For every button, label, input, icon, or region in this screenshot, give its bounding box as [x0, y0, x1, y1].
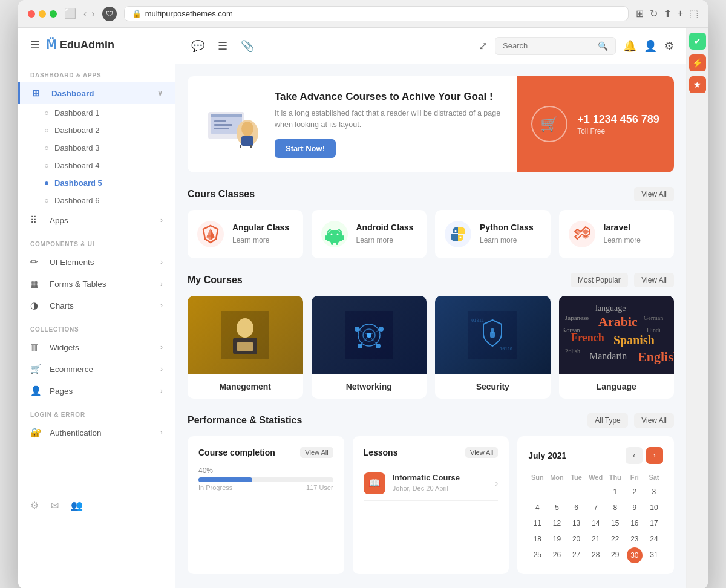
maximize-button[interactable]	[50, 10, 57, 18]
performance-view-all[interactable]: View All	[634, 413, 674, 428]
my-courses-view-all[interactable]: View All	[634, 273, 674, 287]
list-icon[interactable]: ☰	[214, 36, 231, 56]
right-panel-icon-3[interactable]: ★	[689, 76, 706, 93]
course-class-card-laravel[interactable]: laravel Learn more	[559, 210, 675, 258]
cal-day-10[interactable]: 10	[645, 500, 663, 515]
chevron-right-icon-charts: ›	[160, 301, 163, 310]
search-icon[interactable]: 🔍	[598, 41, 608, 51]
cal-day-3[interactable]: 3	[645, 485, 663, 499]
notification-icon[interactable]: 🔔	[623, 39, 636, 53]
most-popular-filter[interactable]: Most Popular	[571, 273, 628, 287]
cal-day-30-today[interactable]: 30	[627, 547, 643, 563]
cal-day-27[interactable]: 27	[567, 547, 586, 563]
cal-day-26[interactable]: 26	[548, 547, 566, 563]
sidebar-item-dashboard[interactable]: ⊞ Dashboard ∨	[18, 82, 175, 104]
cal-day-24[interactable]: 24	[645, 532, 663, 546]
expand-icon[interactable]: ⤢	[479, 39, 488, 53]
course-card-management[interactable]: Manegement	[188, 296, 303, 399]
course-class-card-angular[interactable]: Angular Class Learn more	[188, 210, 303, 258]
language-card-name: Language	[566, 382, 667, 391]
minimize-button[interactable]	[39, 10, 46, 18]
sidebar-item-ui-elements[interactable]: ✏ UI Elements ›	[18, 251, 175, 273]
sidebar-subitem-dashboard4[interactable]: Dashboard 4	[18, 157, 175, 174]
settings-top-icon[interactable]: ⚙	[664, 39, 674, 53]
sidebar-item-pages[interactable]: 👤 Pages ›	[18, 380, 175, 402]
cal-day-18[interactable]: 18	[528, 532, 546, 546]
start-now-button[interactable]: Start Now!	[275, 139, 336, 158]
sidebar-subitem-dashboard5[interactable]: Dashboard 5	[18, 174, 175, 192]
pin-icon[interactable]: 📎	[237, 36, 258, 56]
cal-day-2[interactable]: 2	[626, 485, 644, 499]
cal-day-4[interactable]: 4	[528, 500, 546, 515]
course-class-card-python[interactable]: Python Class Learn more	[435, 210, 551, 258]
cal-day-17[interactable]: 17	[645, 516, 663, 531]
angular-class-sub: Learn more	[232, 236, 269, 244]
user-add-icon[interactable]: 👥	[71, 500, 83, 511]
url-bar[interactable]: 🔒 multipurposethemes.com	[124, 6, 629, 21]
cal-day-29[interactable]: 29	[606, 547, 624, 563]
forward-button[interactable]: ›	[91, 8, 94, 19]
sidebar-item-charts[interactable]: ◑ Charts ›	[18, 295, 175, 316]
new-tab-icon[interactable]: +	[678, 8, 683, 19]
cal-day-16[interactable]: 16	[626, 516, 644, 531]
cal-day-12[interactable]: 12	[548, 516, 566, 531]
all-type-filter[interactable]: All Type	[587, 413, 627, 428]
calendar-next-button[interactable]: ›	[646, 447, 663, 464]
course-class-card-android[interactable]: Android Class Learn more	[312, 210, 427, 258]
cal-day-25[interactable]: 25	[528, 547, 546, 563]
sidebar-subitem-dashboard3[interactable]: Dashboard 3	[18, 139, 175, 157]
lessons-view-all[interactable]: View All	[465, 447, 498, 458]
cal-day-20[interactable]: 20	[567, 532, 586, 546]
sidebar-subitem-dashboard6[interactable]: Dashboard 6	[18, 192, 175, 209]
cal-day-11[interactable]: 11	[528, 516, 546, 531]
right-panel-icon-1[interactable]: ✔	[689, 33, 706, 50]
sidebar-footer: ⚙ ✉ 👥	[18, 492, 175, 518]
sidebar-item-ecommerce[interactable]: 🛒 Ecommerce ›	[18, 358, 175, 380]
cal-day-31[interactable]: 31	[645, 547, 663, 563]
sidebar-item-authentication[interactable]: 🔐 Authentication ›	[18, 422, 175, 443]
back-button[interactable]: ‹	[83, 8, 87, 19]
course-card-language[interactable]: Arabic French Spanish Mandarin English J…	[559, 296, 675, 399]
mail-icon[interactable]: ✉	[51, 500, 59, 511]
course-card-security[interactable]: 01011 10110 Security	[435, 296, 551, 399]
chat-icon[interactable]: 💬	[188, 36, 208, 56]
cal-day-6[interactable]: 6	[567, 500, 586, 515]
chevron-right-icon-ui: ›	[160, 258, 163, 266]
course-card-networking[interactable]: Networking	[312, 296, 427, 399]
sidebar-item-forms-tables[interactable]: ▦ Forms & Tables ›	[18, 273, 175, 295]
sidebar-subitem-dashboard2[interactable]: Dashboard 2	[18, 122, 175, 139]
sidebar-item-widgets[interactable]: ▥ Widgets ›	[18, 336, 175, 358]
cal-day-23[interactable]: 23	[626, 532, 644, 546]
completion-view-all[interactable]: View All	[300, 447, 333, 458]
refresh-icon[interactable]: ↻	[650, 8, 658, 19]
hamburger-icon[interactable]: ☰	[30, 38, 40, 51]
close-button[interactable]	[28, 10, 35, 18]
cal-day-13[interactable]: 13	[567, 516, 586, 531]
widgets-icon: ▥	[30, 342, 44, 353]
cal-day-28[interactable]: 28	[587, 547, 605, 563]
cal-day-15[interactable]: 15	[606, 516, 624, 531]
cal-day-7[interactable]: 7	[587, 500, 605, 515]
lesson-arrow-icon[interactable]: ›	[495, 478, 498, 489]
settings-icon[interactable]: ⚙	[30, 500, 39, 511]
search-input[interactable]	[503, 41, 593, 50]
cal-day-9[interactable]: 9	[626, 500, 644, 515]
sidebar-subitem-dashboard1[interactable]: Dashboard 1	[18, 104, 175, 122]
cal-day-22[interactable]: 22	[606, 532, 624, 546]
share-icon[interactable]: ⬆	[664, 8, 672, 19]
cal-day-1[interactable]: 1	[606, 485, 624, 499]
translate-icon[interactable]: ⊞	[636, 8, 644, 19]
cal-day-14[interactable]: 14	[587, 516, 605, 531]
cal-day-19[interactable]: 19	[548, 532, 566, 546]
tabs-icon[interactable]: ⬚	[689, 8, 698, 19]
course-classes-view-all[interactable]: View All	[634, 187, 674, 201]
right-panel-icon-2[interactable]: ⚡	[689, 54, 706, 71]
calendar-prev-button[interactable]: ‹	[626, 447, 643, 464]
sidebar-item-apps[interactable]: ⠿ Apps ›	[18, 209, 175, 231]
profile-icon[interactable]: 👤	[644, 39, 657, 53]
cal-day-21[interactable]: 21	[587, 532, 605, 546]
sidebar-header: ☰ M̈ EduAdmin	[18, 28, 175, 62]
cal-day-8[interactable]: 8	[606, 500, 624, 515]
cal-day-5[interactable]: 5	[548, 500, 566, 515]
sidebar-toggle-icon[interactable]: ⬜	[64, 8, 76, 19]
